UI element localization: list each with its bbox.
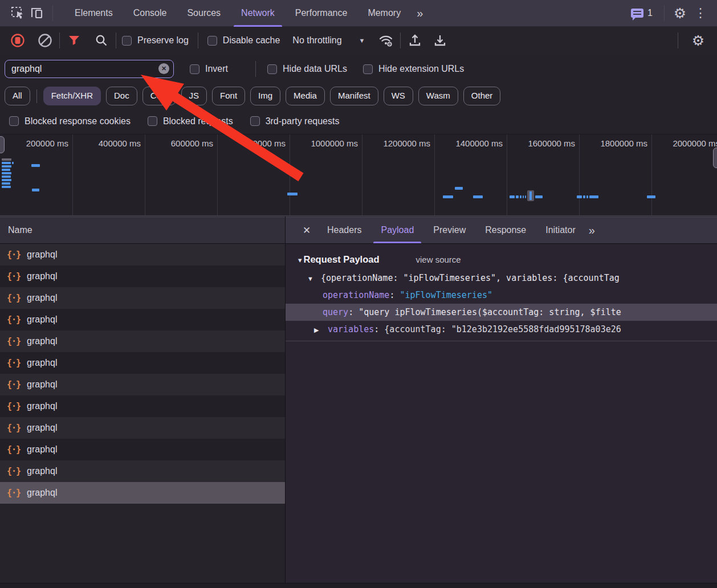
search-icon[interactable] xyxy=(93,32,110,49)
hide-data-urls-checkbox[interactable] xyxy=(267,64,277,74)
chip-all[interactable]: All xyxy=(5,87,30,105)
chip-img[interactable]: Img xyxy=(250,87,280,105)
payload-operation-row[interactable]: operationName: "ipFlowTimeseries" xyxy=(286,287,717,304)
hide-extension-urls-checkbox[interactable] xyxy=(363,64,373,74)
blocked-response-cookies-checkbox[interactable] xyxy=(9,116,19,126)
invert-toggle[interactable]: Invert xyxy=(190,64,228,74)
tab-console[interactable]: Console xyxy=(123,0,177,27)
chip-fetch-xhr[interactable]: Fetch/XHR xyxy=(43,87,101,105)
preserve-log-checkbox[interactable] xyxy=(122,36,132,46)
payload-root-row[interactable]: ▼{operationName: "ipFlowTimeseries", var… xyxy=(286,270,717,287)
filter-input[interactable] xyxy=(5,60,174,78)
request-row[interactable]: {·}graphql xyxy=(0,244,285,266)
preserve-log-toggle[interactable]: Preserve log xyxy=(122,35,189,46)
close-icon[interactable]: ✕ xyxy=(296,217,317,243)
request-row[interactable]: {·}graphql xyxy=(0,309,285,330)
waterfall-bar xyxy=(589,195,598,198)
tab-network[interactable]: Network xyxy=(231,0,285,27)
separator: : xyxy=(348,307,358,317)
request-row[interactable]: {·}graphql xyxy=(0,395,285,417)
view-source-link[interactable]: view source xyxy=(416,255,461,264)
chip-doc[interactable]: Doc xyxy=(106,87,137,105)
request-row[interactable]: {·}graphql xyxy=(0,266,285,287)
clear-filter-icon[interactable]: ✕ xyxy=(158,63,169,74)
detail-tab-initiator[interactable]: Initiator xyxy=(536,217,585,243)
timeline-tick-label: 800000 ms xyxy=(243,138,286,148)
waterfall-bar xyxy=(287,193,298,195)
json-resource-icon: {·} xyxy=(7,444,21,455)
settings-gear-icon[interactable]: ⚙ xyxy=(670,3,690,23)
network-settings-gear-icon[interactable]: ⚙ xyxy=(690,32,707,49)
chip-js[interactable]: JS xyxy=(181,87,207,105)
separator: : xyxy=(374,324,384,334)
tab-memory[interactable]: Memory xyxy=(357,0,411,27)
request-row[interactable]: {·}graphql xyxy=(0,374,285,395)
expanded-triangle-icon[interactable]: ▼ xyxy=(307,270,321,287)
tab-performance[interactable]: Performance xyxy=(285,0,358,27)
blocked-requests-label: Blocked requests xyxy=(163,116,233,126)
chip-css[interactable]: CSS xyxy=(142,87,176,105)
3rd-party-requests-toggle[interactable]: 3rd-party requests xyxy=(250,116,340,126)
waterfall-bar xyxy=(2,179,11,181)
request-row[interactable]: {·}graphql xyxy=(0,417,285,439)
more-detail-tabs-button[interactable]: » xyxy=(585,217,598,243)
blocked-requests-toggle[interactable]: Blocked requests xyxy=(148,116,233,126)
3rd-party-requests-checkbox[interactable] xyxy=(250,116,260,126)
detail-tab-response[interactable]: Response xyxy=(475,217,536,243)
timeline-section: 1000000 ms xyxy=(290,134,362,216)
disable-cache-toggle[interactable]: Disable cache xyxy=(207,35,280,46)
collapse-triangle-icon[interactable]: ▾ xyxy=(298,256,302,264)
waterfall-bar xyxy=(523,195,524,198)
clear-network-log-button[interactable] xyxy=(36,32,54,49)
hide-data-urls-toggle[interactable]: Hide data URLs xyxy=(267,64,347,74)
tab-elements[interactable]: Elements xyxy=(64,0,123,27)
import-har-icon[interactable] xyxy=(406,32,423,49)
request-row[interactable]: {·}graphql xyxy=(0,460,285,482)
chip-wasm[interactable]: Wasm xyxy=(418,87,458,105)
chip-manifest[interactable]: Manifest xyxy=(330,87,378,105)
blocked-response-cookies-toggle[interactable]: Blocked response cookies xyxy=(9,116,131,126)
payload-query-row[interactable]: query: "query ipFlowTimeseries($accountT… xyxy=(286,304,717,321)
network-conditions-icon[interactable] xyxy=(377,32,394,49)
name-column-header[interactable]: Name xyxy=(0,217,285,244)
waterfall-bar xyxy=(443,195,453,198)
hide-extension-urls-toggle[interactable]: Hide extension URLs xyxy=(363,64,464,74)
tab-sources[interactable]: Sources xyxy=(177,0,231,27)
waterfall-bar xyxy=(473,195,483,198)
collapsed-triangle-icon[interactable]: ▶ xyxy=(314,321,328,338)
filter-row: ✕ Invert Hide data URLs Hide extension U… xyxy=(0,54,717,84)
export-har-icon[interactable] xyxy=(431,32,449,49)
more-tabs-button[interactable]: » xyxy=(411,0,429,27)
chip-other[interactable]: Other xyxy=(463,87,501,105)
disable-cache-label: Disable cache xyxy=(223,35,280,46)
chip-font[interactable]: Font xyxy=(212,87,245,105)
payload-variables-row[interactable]: ▶variables: {accountTag: "b12e3b2192ee55… xyxy=(286,321,717,338)
invert-checkbox[interactable] xyxy=(190,64,199,74)
top-bar-right: 1 ⚙ ⋮ xyxy=(631,3,717,23)
kebab-menu-icon[interactable]: ⋮ xyxy=(690,6,711,21)
throttling-dropdown[interactable]: No throttling ▼ xyxy=(292,35,365,46)
json-resource-icon: {·} xyxy=(7,271,21,281)
request-row[interactable]: {·}graphql xyxy=(0,287,285,309)
request-row[interactable]: {·}graphql xyxy=(0,439,285,460)
overview-left-grip[interactable] xyxy=(0,136,5,153)
overview-right-grip[interactable] xyxy=(713,148,717,168)
chip-media[interactable]: Media xyxy=(286,87,325,105)
detail-tab-payload[interactable]: Payload xyxy=(371,217,423,243)
device-toolbar-icon[interactable] xyxy=(27,3,47,23)
chip-ws[interactable]: WS xyxy=(384,87,413,105)
divider xyxy=(116,32,116,48)
network-overview-timeline[interactable]: 200000 ms400000 ms600000 ms800000 ms1000… xyxy=(0,134,717,216)
requests-panel: Name {·}graphql{·}graphql{·}graphql{·}gr… xyxy=(0,217,285,588)
inspect-element-icon[interactable] xyxy=(8,3,27,23)
filter-icon[interactable] xyxy=(66,32,83,49)
request-row[interactable]: {·}graphql xyxy=(0,352,285,374)
disable-cache-checkbox[interactable] xyxy=(207,36,217,46)
detail-tab-headers[interactable]: Headers xyxy=(317,217,371,243)
blocked-requests-checkbox[interactable] xyxy=(148,116,157,126)
record-button[interactable] xyxy=(9,32,26,49)
issues-counter[interactable]: 1 xyxy=(631,8,653,18)
request-row[interactable]: {·}graphql xyxy=(0,482,285,504)
detail-tab-preview[interactable]: Preview xyxy=(423,217,475,243)
request-row[interactable]: {·}graphql xyxy=(0,330,285,352)
